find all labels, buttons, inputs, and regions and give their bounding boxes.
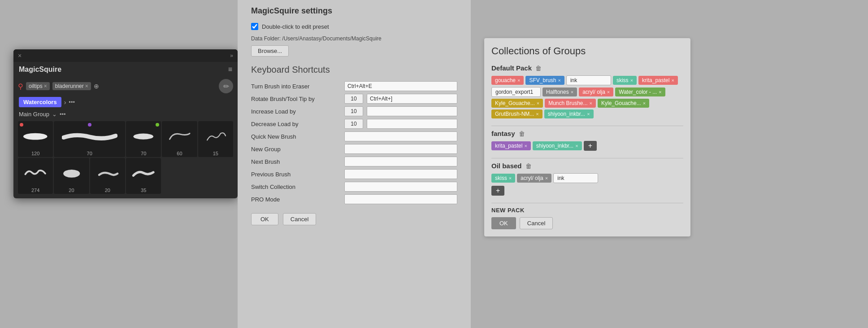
pack-tag-input-ink1[interactable]: [566, 75, 611, 85]
tag-grut-remove[interactable]: ×: [536, 111, 538, 117]
pack-tag-acryl-oil[interactable]: acryl/ olja ×: [517, 174, 551, 183]
tag-shiyoon1-remove[interactable]: ×: [587, 111, 590, 117]
pack-name-default: Default Pack: [491, 64, 532, 72]
pack-tag-input-ink2[interactable]: [553, 173, 598, 183]
tag-munch-remove[interactable]: ×: [590, 101, 592, 106]
pack-header-fantasy: fantasy 🗑: [491, 130, 683, 137]
shortcut-row-next-brush: Next Brush: [251, 157, 457, 166]
pack-tag-halftones[interactable]: Halftones ×: [542, 87, 577, 96]
shortcut-input-quick-brush[interactable]: [344, 131, 457, 141]
pack-tag-skiss[interactable]: skiss ×: [613, 76, 637, 85]
tag-sfv-remove[interactable]: ×: [558, 78, 561, 83]
brush-cell-1[interactable]: 120: [18, 121, 53, 157]
pack-tag-skiss-oil[interactable]: skiss ×: [491, 174, 515, 183]
tag-krita-fantasy-remove[interactable]: ×: [524, 143, 527, 149]
pack-section-default: Default Pack 🗑 gouache × SFV_brush × ski…: [491, 64, 683, 118]
shortcut-input-eraser[interactable]: [344, 81, 457, 91]
eraser-button[interactable]: ✏: [219, 79, 233, 93]
collection-arrow-icon[interactable]: ›: [64, 99, 66, 106]
tag-oiltips[interactable]: oiltips ×: [26, 82, 50, 90]
shortcut-label-rotate: Rotate Brush/Tool Tip by: [251, 96, 341, 102]
brush-cell-5[interactable]: 15: [198, 121, 233, 157]
shortcut-input-pro-mode[interactable]: [344, 194, 457, 204]
group-chevron-icon[interactable]: ⌄: [52, 111, 57, 118]
collapse-icon[interactable]: »: [230, 52, 233, 59]
pack-tag-acryl[interactable]: acryl/ olja ×: [579, 87, 613, 96]
shortcut-input-decrease[interactable]: [367, 119, 457, 129]
double-click-checkbox[interactable]: [251, 23, 258, 30]
collection-button[interactable]: Watercolors: [19, 97, 61, 107]
settings-cancel-button[interactable]: Cancel: [283, 213, 316, 225]
magicsquire-panel: × » MagicSquire ≡ ⚲ oiltips × bladerunne…: [13, 49, 238, 198]
tag-acryl-remove[interactable]: ×: [607, 89, 610, 95]
search-icon[interactable]: ⚲: [18, 82, 23, 91]
tag-shiyoon-fantasy-remove[interactable]: ×: [575, 143, 578, 149]
pack-tag-sfv[interactable]: SFV_brush ×: [525, 76, 564, 85]
pack-header-oil: Oil based 🗑: [491, 162, 683, 170]
shortcut-num-decrease[interactable]: [344, 119, 363, 129]
tag-watercolor-remove[interactable]: ×: [659, 89, 661, 95]
pack-delete-fantasy[interactable]: 🗑: [519, 130, 525, 137]
pack-name-oil: Oil based: [491, 162, 522, 170]
pack-tag-shiyoon1[interactable]: shiyoon_inkbr... ×: [544, 109, 594, 118]
shortcut-label-prev-brush: Previous Brush: [251, 171, 341, 178]
brush-cell-9[interactable]: 35: [126, 158, 161, 194]
pack-delete-default[interactable]: 🗑: [535, 65, 542, 72]
pack-name-fantasy: fantasy: [491, 130, 515, 137]
close-icon[interactable]: ×: [18, 52, 22, 59]
brush-cell-8[interactable]: 20: [90, 158, 125, 194]
brush-cell-7[interactable]: 20: [54, 158, 89, 194]
pack-tag-kyle2[interactable]: Kyle_Gouache... ×: [598, 99, 649, 108]
brush-preview-4: [163, 123, 196, 150]
pack-tag-grut[interactable]: GrutBrush-NM... ×: [491, 109, 542, 118]
tag-halftones-remove[interactable]: ×: [571, 89, 573, 95]
menu-icon[interactable]: ≡: [228, 66, 232, 74]
pack-tag-kyle1[interactable]: Kyle_Gouache... ×: [491, 99, 543, 108]
svg-point-1: [134, 133, 154, 139]
tag-skiss-oil-remove[interactable]: ×: [509, 175, 512, 181]
brush-preview-6: [19, 160, 52, 187]
collections-ok-button[interactable]: OK: [491, 217, 516, 229]
pack-tag-input-gordon[interactable]: [491, 87, 541, 97]
tag-krita-remove[interactable]: ×: [671, 78, 674, 83]
pack-tag-krita-pastel[interactable]: krita_pastel ×: [638, 76, 678, 85]
brush-cell-6[interactable]: 274: [18, 158, 53, 194]
shortcut-input-rotate[interactable]: [367, 94, 457, 104]
collections-cancel-button[interactable]: Cancel: [520, 217, 553, 229]
shortcut-input-increase[interactable]: [367, 106, 457, 116]
pack-delete-oil[interactable]: 🗑: [525, 162, 532, 170]
pack-add-fantasy[interactable]: +: [584, 141, 597, 151]
shortcut-input-next-brush[interactable]: [344, 157, 457, 166]
shortcut-input-prev-brush[interactable]: [344, 169, 457, 179]
shortcut-input-new-group[interactable]: [344, 144, 457, 154]
browse-button[interactable]: Browse...: [251, 45, 289, 57]
brush-size-3: 70: [141, 151, 146, 156]
brush-cell-3[interactable]: 70: [126, 121, 161, 157]
shortcut-num-increase[interactable]: [344, 106, 363, 116]
tag-add-icon[interactable]: ⊕: [94, 83, 99, 90]
tag-acryl-oil-remove[interactable]: ×: [545, 175, 548, 181]
pack-add-oil[interactable]: +: [491, 186, 504, 196]
tag-bladerunner[interactable]: bladerunner ×: [52, 82, 91, 90]
pack-tags-fantasy: krita_pastel × shiyoon_inkbr... × +: [491, 141, 683, 151]
brush-cell-4[interactable]: 60: [162, 121, 197, 157]
tag-skiss-remove[interactable]: ×: [630, 78, 633, 83]
tag-oiltips-remove[interactable]: ×: [44, 83, 47, 89]
collection-options-icon[interactable]: •••: [69, 99, 75, 105]
settings-ok-button[interactable]: OK: [251, 213, 278, 225]
data-folder-path: Data Folder: /Users/Anastasy/Documents/M…: [251, 35, 457, 42]
pack-tag-watercolor[interactable]: Water_color - ... ×: [615, 87, 665, 96]
tag-bladerunner-remove[interactable]: ×: [85, 83, 88, 89]
pack-tag-munch[interactable]: Munch Brushe... ×: [545, 99, 596, 108]
pack-tag-gouache[interactable]: gouache ×: [491, 76, 524, 85]
tag-gouache-remove[interactable]: ×: [517, 78, 520, 83]
tag-kyle1-remove[interactable]: ×: [537, 101, 539, 106]
tag-kyle2-remove[interactable]: ×: [643, 101, 646, 106]
shortcut-input-switch-collection[interactable]: [344, 182, 457, 192]
brush-cell-2[interactable]: 70: [54, 121, 125, 157]
pack-tag-shiyoon-fantasy[interactable]: shiyoon_inkbr... ×: [533, 141, 582, 150]
shortcut-num-rotate[interactable]: [344, 94, 363, 104]
group-options-icon[interactable]: •••: [60, 111, 66, 118]
pack-tag-krita-fantasy[interactable]: krita_pastel ×: [491, 141, 531, 150]
collections-footer: OK Cancel: [491, 217, 683, 229]
